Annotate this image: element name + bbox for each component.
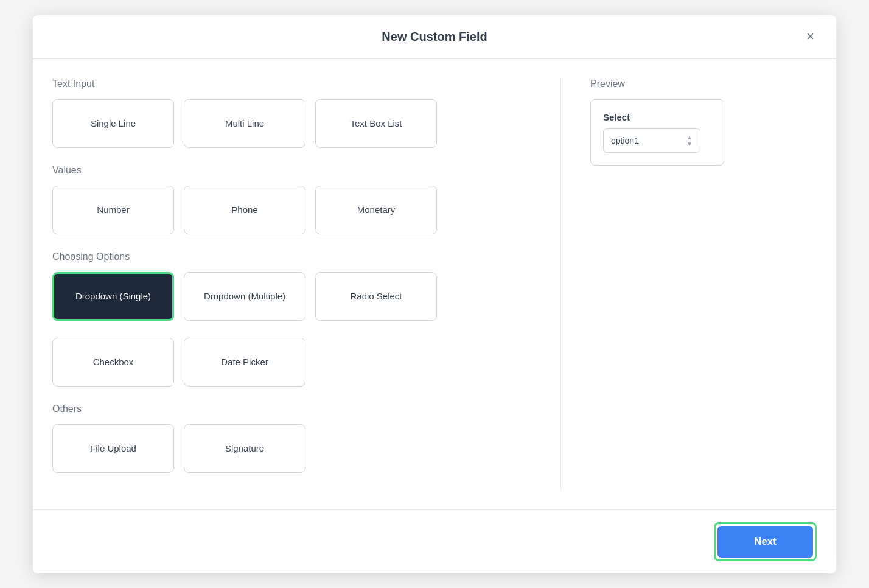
preview-select-label: Select	[603, 112, 711, 122]
preview-select-value: option1	[611, 136, 639, 145]
modal-body: Text Input Single Line Multi Line Text B…	[33, 59, 836, 509]
next-button-wrapper: Next	[714, 522, 817, 561]
single-line-button[interactable]: Single Line	[52, 99, 174, 148]
date-picker-button[interactable]: Date Picker	[184, 338, 305, 387]
values-label: Values	[52, 165, 531, 176]
text-input-label: Text Input	[52, 79, 531, 89]
modal-footer: Next	[33, 509, 836, 573]
spinner-icon: ▲▼	[686, 134, 693, 147]
preview-label: Preview	[590, 79, 817, 89]
others-label: Others	[52, 404, 531, 415]
preview-select[interactable]: option1 ▲▼	[603, 128, 700, 153]
text-box-list-button[interactable]: Text Box List	[315, 99, 437, 148]
multi-line-button[interactable]: Multi Line	[184, 99, 305, 148]
signature-button[interactable]: Signature	[184, 424, 305, 473]
text-input-grid: Single Line Multi Line Text Box List	[52, 99, 531, 148]
right-panel: Preview Select option1 ▲▼	[561, 79, 817, 490]
phone-button[interactable]: Phone	[184, 186, 305, 234]
close-button[interactable]: ×	[804, 27, 817, 46]
values-section: Values Number Phone Monetary	[52, 165, 531, 234]
preview-box: Select option1 ▲▼	[590, 99, 724, 166]
values-grid: Number Phone Monetary	[52, 186, 531, 234]
others-grid: File Upload Signature	[52, 424, 531, 473]
modal: New Custom Field × Text Input Single Lin…	[33, 15, 836, 573]
left-panel: Text Input Single Line Multi Line Text B…	[52, 79, 561, 490]
monetary-button[interactable]: Monetary	[315, 186, 437, 234]
choosing-options-grid-2: Checkbox Date Picker	[52, 338, 531, 387]
file-upload-button[interactable]: File Upload	[52, 424, 174, 473]
dropdown-multiple-button[interactable]: Dropdown (Multiple)	[184, 272, 305, 321]
next-button[interactable]: Next	[717, 526, 813, 558]
others-section: Others File Upload Signature	[52, 404, 531, 473]
choosing-options-section: Choosing Options Dropdown (Single) Dropd…	[52, 251, 531, 387]
choosing-options-grid: Dropdown (Single) Dropdown (Multiple) Ra…	[52, 272, 531, 321]
text-input-section: Text Input Single Line Multi Line Text B…	[52, 79, 531, 148]
dropdown-single-button[interactable]: Dropdown (Single)	[52, 272, 174, 321]
checkbox-button[interactable]: Checkbox	[52, 338, 174, 387]
radio-select-button[interactable]: Radio Select	[315, 272, 437, 321]
modal-header: New Custom Field ×	[33, 15, 836, 59]
choosing-options-label: Choosing Options	[52, 251, 531, 262]
number-button[interactable]: Number	[52, 186, 174, 234]
modal-title: New Custom Field	[382, 30, 487, 44]
